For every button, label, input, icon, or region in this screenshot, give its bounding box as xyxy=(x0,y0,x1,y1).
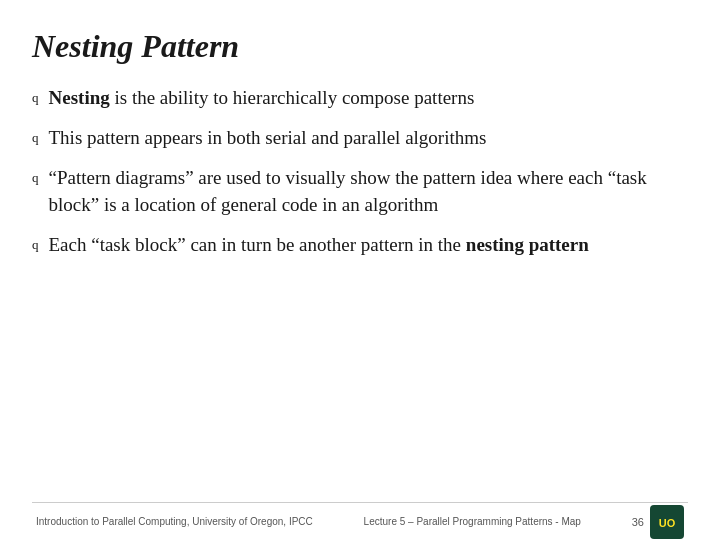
slide: Nesting Pattern q Nesting is the ability… xyxy=(0,0,720,540)
footer: Introduction to Parallel Computing, Univ… xyxy=(32,502,688,540)
bullet-marker-4: q xyxy=(32,236,39,254)
bullet-item-1: q Nesting is the ability to hierarchical… xyxy=(32,85,688,111)
footer-page: 36 xyxy=(632,516,644,528)
bullet-item-3: q “Pattern diagrams” are used to visuall… xyxy=(32,165,688,217)
bullet-marker-1: q xyxy=(32,89,39,107)
bullet-text-4: Each “task block” can in turn be another… xyxy=(49,232,689,258)
bullet4-bold: nesting pattern xyxy=(466,234,589,255)
bullet-item-2: q This pattern appears in both serial an… xyxy=(32,125,688,151)
bullet-text-2: This pattern appears in both serial and … xyxy=(49,125,689,151)
uo-logo: UO xyxy=(650,505,684,539)
footer-right: 36 UO xyxy=(632,505,684,539)
bullet-marker-2: q xyxy=(32,129,39,147)
bullet-text-3: “Pattern diagrams” are used to visually … xyxy=(49,165,689,217)
footer-left: Introduction to Parallel Computing, Univ… xyxy=(36,516,313,527)
content-area: q Nesting is the ability to hierarchical… xyxy=(32,85,688,502)
footer-center: Lecture 5 – Parallel Programming Pattern… xyxy=(364,516,581,527)
bullet-item-4: q Each “task block” can in turn be anoth… xyxy=(32,232,688,258)
bullet-marker-3: q xyxy=(32,169,39,187)
bullet-text-1: Nesting is the ability to hierarchically… xyxy=(49,85,689,111)
slide-title: Nesting Pattern xyxy=(32,28,688,65)
bullet1-bold: Nesting xyxy=(49,87,110,108)
svg-text:UO: UO xyxy=(659,517,676,529)
